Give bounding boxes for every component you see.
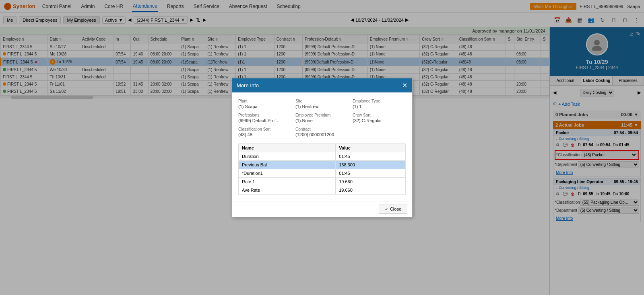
more-info-modal: More Info ✕ Plant (1) Scapa Site (1) Ren…	[231, 78, 413, 217]
modal-table-row: Previous Bal158.300	[239, 160, 406, 169]
modal-crew: Crew Sort (32) C-Regular	[353, 113, 406, 123]
modal-title: More Info	[237, 82, 259, 88]
modal-plant: Plant (1) Scapa	[238, 99, 291, 109]
modal-site: Site (1) Renfrew	[295, 99, 349, 109]
modal-contract: Contract (1200) 0000001200	[295, 127, 349, 137]
modal-close-button[interactable]: ✕	[402, 82, 407, 89]
modal-data-table: Name Value Duration01:45Previous Bal158.…	[238, 143, 406, 195]
modal-table-row: Rate 119.660	[239, 177, 406, 186]
modal-profession: Professions (9999) Default Prof...	[238, 113, 291, 123]
modal-emp-type: Employee Type (1) 1	[353, 99, 406, 109]
checkmark-icon: ✓	[385, 207, 388, 212]
modal-footer: ✓ Close	[232, 201, 412, 217]
modal-header: More Info ✕	[232, 78, 412, 92]
modal-table-row: *Duration101:45	[239, 169, 406, 177]
modal-premium: Employee Premium (1) None	[295, 113, 349, 123]
modal-info-grid: Plant (1) Scapa Site (1) Renfrew Employe…	[238, 99, 406, 137]
modal-col-value: Value	[336, 143, 406, 152]
modal-close-btn[interactable]: ✓ Close	[379, 205, 407, 214]
modal-overlay[interactable]: More Info ✕ Plant (1) Scapa Site (1) Ren…	[0, 0, 644, 295]
modal-class-sort: Classification Sort (48) 48	[238, 127, 291, 137]
modal-col-name: Name	[239, 143, 336, 152]
modal-table-row: Ave Rate19.660	[239, 186, 406, 194]
modal-body: Plant (1) Scapa Site (1) Renfrew Employe…	[232, 92, 412, 201]
modal-table-row: Duration01:45	[239, 152, 406, 160]
